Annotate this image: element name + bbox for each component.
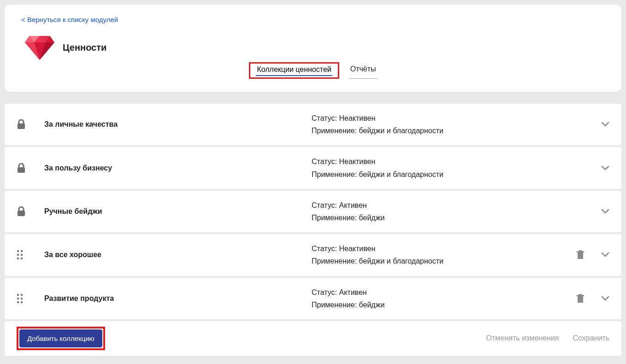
drag-handle-icon[interactable] xyxy=(17,294,44,304)
collection-title: За личные качества xyxy=(44,120,312,129)
svg-point-14 xyxy=(17,254,19,256)
status-line: Статус: Активен xyxy=(312,286,576,299)
tab-reports[interactable]: Отчёты xyxy=(349,62,377,79)
collection-title: За все хорошее xyxy=(44,251,312,259)
chevron-down-icon[interactable] xyxy=(601,252,609,258)
status-label: Статус: xyxy=(312,158,339,165)
svg-point-25 xyxy=(17,301,19,303)
status-label: Статус: xyxy=(312,288,339,296)
lock-icon xyxy=(17,163,44,173)
svg-point-17 xyxy=(21,258,23,259)
module-header-card: < Вернуться к списку модулей Ценности Ко… xyxy=(5,5,621,92)
svg-point-23 xyxy=(17,297,19,299)
usage-value: бейджи xyxy=(359,214,385,222)
svg-point-22 xyxy=(21,294,23,295)
chevron-down-icon[interactable] xyxy=(601,165,609,171)
usage-label: Применение: xyxy=(312,257,359,265)
collection-meta: Статус: НеактивенПрименение: бейджи и бл… xyxy=(312,112,601,137)
tab-collections[interactable]: Коллекции ценностей xyxy=(256,63,332,76)
svg-rect-18 xyxy=(578,252,583,259)
usage-value: бейджи и благодарности xyxy=(359,257,443,265)
add-collection-button[interactable]: Добавить коллекцию xyxy=(19,329,102,347)
collection-meta: Статус: НеактивенПрименение: бейджи и бл… xyxy=(312,242,576,267)
usage-value: бейджи xyxy=(359,301,385,309)
cancel-changes-button[interactable]: Отменить изменения xyxy=(486,334,559,342)
usage-label: Применение: xyxy=(312,170,359,178)
trash-icon[interactable] xyxy=(576,294,585,303)
svg-rect-11 xyxy=(18,211,25,216)
usage-value: бейджи и благодарности xyxy=(359,170,443,178)
usage-line: Применение: бейджи и благодарности xyxy=(312,168,601,181)
collection-meta: Статус: АктивенПрименение: бейджи xyxy=(312,286,576,311)
svg-rect-20 xyxy=(579,250,582,252)
add-collection-highlight: Добавить коллекцию xyxy=(17,327,105,350)
status-line: Статус: Неактивен xyxy=(312,155,601,168)
status-value: Активен xyxy=(339,288,366,296)
trash-icon[interactable] xyxy=(576,250,585,259)
collection-title: Ручные бейджи xyxy=(44,207,312,216)
collection-title: За пользу бизнесу xyxy=(44,164,312,172)
svg-point-12 xyxy=(17,250,19,252)
row-actions xyxy=(601,165,609,171)
svg-point-15 xyxy=(21,254,23,256)
tabs: Коллекции ценностей Отчёты xyxy=(21,62,605,79)
footer-bar: Добавить коллекцию Отменить изменения Со… xyxy=(5,321,621,356)
row-actions xyxy=(576,250,609,259)
usage-value: бейджи и благодарности xyxy=(359,127,443,135)
status-line: Статус: Неактивен xyxy=(312,112,601,124)
collection-row: За личные качестваСтатус: НеактивенПриме… xyxy=(5,104,621,145)
status-label: Статус: xyxy=(312,114,339,122)
svg-rect-27 xyxy=(578,296,583,303)
status-value: Неактивен xyxy=(339,158,375,165)
module-head: Ценности xyxy=(21,29,605,66)
lock-icon xyxy=(17,119,44,129)
save-button[interactable]: Сохранить xyxy=(573,334,609,342)
row-actions xyxy=(601,209,609,214)
svg-point-13 xyxy=(21,250,23,252)
chevron-down-icon[interactable] xyxy=(601,209,609,214)
status-line: Статус: Неактивен xyxy=(312,242,576,255)
lock-icon xyxy=(17,206,44,217)
svg-rect-9 xyxy=(18,123,25,129)
collection-title: Развитие продукта xyxy=(44,294,312,303)
collection-row: За все хорошееСтатус: НеактивенПрименени… xyxy=(5,234,621,276)
collection-row: За пользу бизнесуСтатус: НеактивенПримен… xyxy=(5,147,621,188)
footer-actions: Отменить изменения Сохранить xyxy=(486,334,609,342)
collection-row: Развитие продуктаСтатус: АктивенПрименен… xyxy=(5,278,621,319)
status-value: Активен xyxy=(339,201,366,209)
drag-handle-icon[interactable] xyxy=(17,250,44,260)
collection-row: Ручные бейджиСтатус: АктивенПрименение: … xyxy=(5,191,621,232)
svg-point-16 xyxy=(17,258,19,259)
row-actions xyxy=(601,122,609,127)
svg-point-21 xyxy=(17,294,19,295)
ruby-gem-icon xyxy=(21,29,58,66)
status-value: Неактивен xyxy=(339,114,375,122)
chevron-down-icon[interactable] xyxy=(601,122,609,127)
svg-point-24 xyxy=(21,297,23,299)
module-title: Ценности xyxy=(63,42,106,53)
collection-meta: Статус: НеактивенПрименение: бейджи и бл… xyxy=(312,155,601,180)
svg-point-26 xyxy=(21,301,23,303)
usage-line: Применение: бейджи и благодарности xyxy=(312,124,601,137)
collection-meta: Статус: АктивенПрименение: бейджи xyxy=(312,199,601,224)
svg-rect-10 xyxy=(18,167,25,173)
status-line: Статус: Активен xyxy=(312,199,601,211)
status-label: Статус: xyxy=(312,201,339,209)
usage-line: Применение: бейджи xyxy=(312,299,576,311)
chevron-down-icon[interactable] xyxy=(601,296,609,301)
tab-collections-highlight: Коллекции ценностей xyxy=(249,62,339,79)
svg-rect-29 xyxy=(579,294,582,295)
row-actions xyxy=(576,294,609,303)
collections-list: За личные качестваСтатус: НеактивенПриме… xyxy=(5,104,621,319)
status-value: Неактивен xyxy=(339,245,375,252)
usage-line: Применение: бейджи xyxy=(312,211,601,224)
usage-line: Применение: бейджи и благодарности xyxy=(312,255,576,267)
usage-label: Применение: xyxy=(312,127,359,135)
usage-label: Применение: xyxy=(312,214,359,222)
back-link[interactable]: < Вернуться к списку модулей xyxy=(21,16,118,23)
usage-label: Применение: xyxy=(312,301,359,309)
status-label: Статус: xyxy=(312,245,339,252)
